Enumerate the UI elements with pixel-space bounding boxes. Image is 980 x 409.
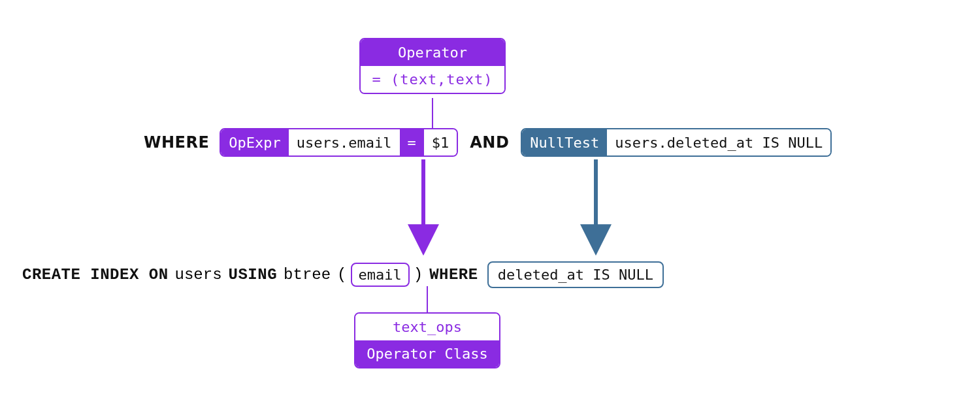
index-predicate: deleted_at IS NULL	[498, 267, 653, 283]
opexpr-eq: =	[400, 129, 424, 155]
create-index-on-keyword: CREATE INDEX ON	[22, 266, 169, 284]
nulltest-pill: NullTest users.deleted_at IS NULL	[521, 128, 832, 157]
paren-close: )	[414, 266, 423, 284]
opexpr-tag: OpExpr	[221, 129, 288, 155]
operator-class-label: Operator Class	[355, 340, 499, 367]
nulltest-body: users.deleted_at IS NULL	[607, 129, 830, 155]
and-keyword: AND	[470, 133, 509, 152]
index-method: btree	[284, 266, 331, 284]
index-column-pill: email	[351, 263, 410, 287]
where-keyword: WHERE	[144, 133, 209, 152]
index-column: email	[359, 267, 402, 283]
create-index-row: CREATE INDEX ON users USING btree ( emai…	[22, 261, 664, 288]
opexpr-left: users.email	[289, 129, 400, 155]
operator-box-title: Operator	[361, 39, 504, 66]
index-where-keyword: WHERE	[429, 266, 478, 284]
operator-class-name: text_ops	[355, 314, 499, 340]
using-keyword: USING	[229, 266, 278, 284]
operator-class-box: text_ops Operator Class	[354, 312, 500, 368]
paren-open: (	[337, 266, 346, 284]
operator-box-signature: = (text,text)	[361, 66, 504, 93]
opexpr-right: $1	[424, 129, 457, 155]
where-row: WHERE OpExpr users.email = $1 AND NullTe…	[144, 128, 832, 157]
index-predicate-pill: deleted_at IS NULL	[487, 261, 664, 288]
nulltest-tag: NullTest	[522, 129, 607, 155]
opexpr-pill: OpExpr users.email = $1	[220, 128, 458, 157]
operator-box: Operator = (text,text)	[359, 38, 506, 94]
table-name: users	[175, 266, 222, 284]
